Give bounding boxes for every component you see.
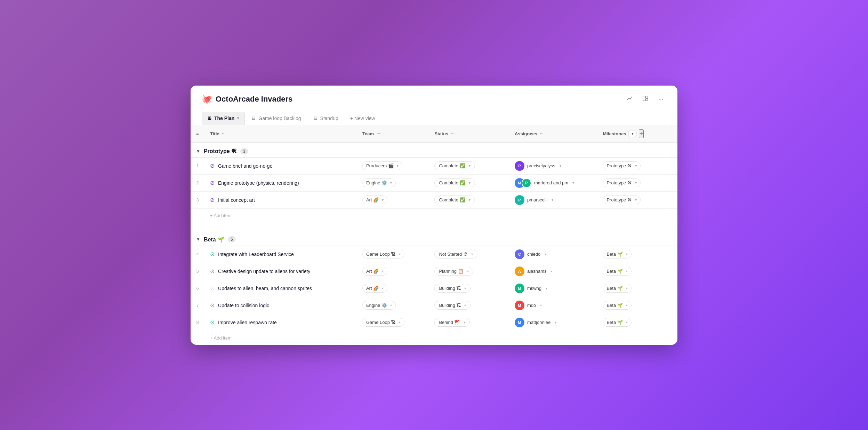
status-tag-4[interactable]: Not Started ⏱ ▾ [434, 250, 477, 258]
team-tag-4[interactable]: Game Loop 🏗 ▾ [362, 250, 404, 258]
status-tag-5-dropdown[interactable]: ▾ [467, 269, 469, 273]
assignee-2-dropdown[interactable]: ▾ [572, 181, 574, 185]
tab-game-loop[interactable]: ⊟ Game loop Backlog [246, 112, 306, 125]
team-cell-7: Engine ⚙️ ▾ [357, 297, 429, 314]
milestone-tag-6[interactable]: Beta 🌱 ▾ [603, 284, 631, 293]
status-tag-8-dropdown[interactable]: ▾ [464, 320, 465, 324]
assignees-col-more-icon[interactable]: ··· [540, 131, 544, 136]
assignee-3-dropdown[interactable]: ▾ [552, 198, 553, 202]
milestone-tag-8-text: Beta 🌱 [606, 320, 622, 325]
team-tag-1[interactable]: Producers 🎬 ▾ [362, 161, 402, 170]
milestone-tag-5-dropdown[interactable]: ▾ [626, 269, 628, 273]
add-column-button[interactable]: + [639, 129, 644, 138]
team-tag-4-text: Game Loop 🏗 [366, 252, 396, 257]
tabs-bar: ⊞ The Plan ▾ ⊟ Game loop Backlog ⊟ Stand… [202, 112, 666, 125]
status-tag-2-dropdown[interactable]: ▾ [469, 181, 471, 185]
team-tag-8-dropdown[interactable]: ▾ [399, 320, 401, 324]
beta-toggle[interactable]: ▼ [196, 237, 200, 242]
assignee-6-dropdown[interactable]: ▾ [546, 286, 547, 290]
assignee-cell-4: C chiedo ▾ [509, 246, 597, 263]
tab-the-plan[interactable]: ⊞ The Plan ▾ [202, 112, 245, 125]
milestone-tag-1-dropdown[interactable]: ▾ [635, 164, 637, 168]
status-tag-1-dropdown[interactable]: ▾ [469, 164, 471, 168]
milestone-tag-7[interactable]: Beta 🌱 ▾ [603, 301, 631, 310]
assignee-cell-8: M mattjohnlee ▾ [509, 314, 597, 331]
team-tag-5[interactable]: Art 🌈 ▾ [362, 267, 387, 276]
milestone-tag-6-dropdown[interactable]: ▾ [626, 286, 628, 290]
team-tag-7-dropdown[interactable]: ▾ [390, 303, 392, 307]
status-tag-7-dropdown[interactable]: ▾ [464, 303, 466, 307]
assignee-cell-5: A ajashams ▾ [509, 263, 597, 280]
task-title-cell-3: ⊘ Initial concept art [204, 191, 357, 208]
layout-button[interactable] [640, 94, 651, 105]
prototype-toggle[interactable]: ▼ [196, 149, 200, 154]
task-title-cell-8: ⊙ Improve alien respawn rate [204, 314, 357, 331]
milestone-tag-3[interactable]: Prototype 🛠 ▾ [603, 196, 640, 204]
status-tag-3-text: Complete ✅ [439, 197, 465, 202]
assignee-1-dropdown[interactable]: ▾ [560, 164, 561, 168]
milestone-tag-8-dropdown[interactable]: ▾ [626, 320, 628, 324]
status-tag-8[interactable]: Behind 🚩 ▾ [434, 318, 469, 327]
avatar-5: A [515, 266, 524, 276]
milestone-tag-7-dropdown[interactable]: ▾ [626, 303, 628, 307]
milestone-tag-4-dropdown[interactable]: ▾ [626, 252, 628, 256]
new-view-button[interactable]: + New view [345, 113, 380, 124]
milestone-tag-2-dropdown[interactable]: ▾ [635, 181, 637, 185]
milestone-tag-2[interactable]: Prototype 🛠 ▾ [603, 178, 640, 187]
milestone-tag-1[interactable]: Prototype 🛠 ▾ [603, 161, 640, 170]
add-item-beta-button[interactable]: + Add item [210, 334, 672, 342]
table-row: 5 ⊙ Creative design update to aliens for… [191, 263, 677, 280]
team-tag-6[interactable]: Art 🌈 ▾ [362, 284, 387, 293]
team-tag-2-dropdown[interactable]: ▾ [390, 181, 392, 185]
more-button[interactable]: ··· [656, 94, 666, 104]
title-col-more-icon[interactable]: ··· [222, 131, 226, 136]
complete-icon-3: ⊘ [210, 197, 215, 203]
status-tag-4-dropdown[interactable]: ▾ [471, 252, 473, 256]
row-num-8: 8 [191, 314, 204, 331]
status-tag-3-dropdown[interactable]: ▾ [469, 198, 471, 202]
team-tag-5-dropdown[interactable]: ▾ [382, 269, 384, 273]
status-tag-7[interactable]: Building 🏗 ▾ [434, 301, 471, 310]
team-col-more-icon[interactable]: ··· [377, 131, 380, 136]
status-tag-2[interactable]: Complete ✅ ▾ [434, 178, 475, 187]
status-tag-6-dropdown[interactable]: ▾ [464, 286, 466, 290]
milestone-tag-5-text: Beta 🌱 [606, 269, 622, 274]
tab-standup[interactable]: ⊟ Standup [308, 112, 344, 125]
filter-column-header: ≡ [191, 125, 204, 143]
team-tag-4-dropdown[interactable]: ▾ [399, 252, 401, 256]
team-tag-3[interactable]: Art 🌈 ▾ [362, 196, 387, 204]
milestones-filter-button[interactable]: ▾ [628, 130, 637, 137]
assignee-name-4: chiedo [527, 252, 540, 257]
assignees-col-label: Assignees [515, 131, 537, 136]
add-item-prototype-button[interactable]: + Add item [210, 212, 672, 220]
team-tag-2[interactable]: Engine ⚙️ ▾ [362, 178, 396, 187]
milestone-tag-4[interactable]: Beta 🌱 ▾ [603, 250, 631, 258]
assignee-7-dropdown[interactable]: ▾ [540, 303, 542, 307]
chart-button[interactable] [624, 94, 635, 105]
status-tag-5[interactable]: Planning 📋 ▾ [434, 267, 473, 276]
main-table: ≡ Title ··· Team ··· [191, 125, 677, 345]
team-tag-3-dropdown[interactable]: ▾ [382, 198, 384, 202]
milestone-tag-5[interactable]: Beta 🌱 ▾ [603, 267, 631, 276]
layout-icon [642, 95, 649, 102]
status-cell-4: Not Started ⏱ ▾ [429, 246, 509, 263]
milestone-tag-3-dropdown[interactable]: ▾ [635, 198, 637, 202]
status-cell-2: Complete ✅ ▾ [429, 174, 509, 191]
milestone-tag-8[interactable]: Beta 🌱 ▾ [603, 318, 631, 327]
team-tag-6-dropdown[interactable]: ▾ [382, 286, 384, 290]
status-tag-3[interactable]: Complete ✅ ▾ [434, 196, 475, 204]
row-num-2: 2 [191, 174, 204, 191]
assignee-4-dropdown[interactable]: ▾ [545, 252, 546, 256]
team-tag-7[interactable]: Engine ⚙️ ▾ [362, 301, 396, 310]
team-tag-1-dropdown[interactable]: ▾ [397, 164, 399, 168]
status-tag-1[interactable]: Complete ✅ ▾ [434, 161, 475, 170]
status-tag-6[interactable]: Building 🏗 ▾ [434, 284, 471, 293]
status-tag-5-text: Planning 📋 [439, 269, 463, 274]
assignee-8-dropdown[interactable]: ▾ [555, 320, 556, 324]
assignee-5-dropdown[interactable]: ▾ [551, 269, 553, 273]
team-tag-8[interactable]: Game Loop 🏗 ▾ [362, 318, 404, 327]
table-row: 1 ⊘ Game brief and go-no-go Producers 🎬 … [191, 157, 677, 174]
status-cell-8: Behind 🚩 ▾ [429, 314, 509, 331]
status-col-more-icon[interactable]: ··· [451, 131, 455, 136]
in-progress-icon-7: ⊙ [210, 302, 215, 309]
